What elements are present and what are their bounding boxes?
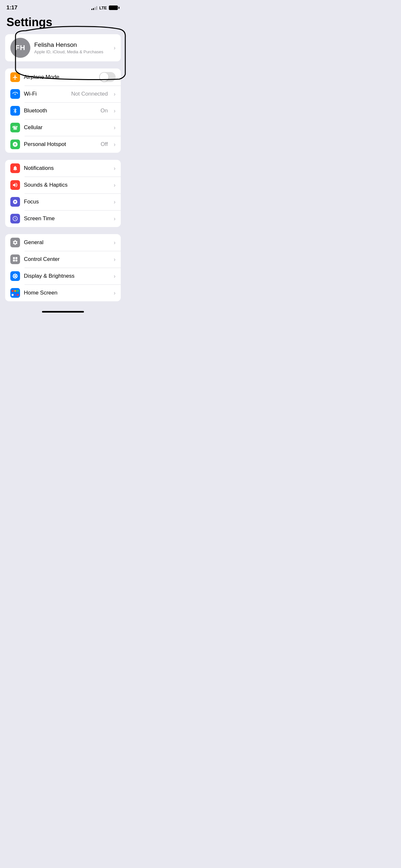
- avatar: FH: [10, 38, 30, 58]
- sounds-label: Sounds & Haptics: [24, 182, 110, 188]
- focus-icon: [12, 199, 18, 205]
- home-screen-dot: [14, 290, 16, 292]
- wifi-icon: [12, 91, 18, 97]
- sounds-chevron: ›: [114, 182, 116, 189]
- hotspot-icon: [12, 142, 18, 147]
- svg-rect-1: [13, 128, 14, 130]
- focus-label: Focus: [24, 198, 110, 205]
- hotspot-row[interactable]: Personal Hotspot Off ›: [5, 136, 121, 153]
- sounds-icon: [12, 182, 18, 188]
- focus-chevron: ›: [114, 198, 116, 206]
- bluetooth-icon: [12, 108, 18, 114]
- svg-rect-6: [16, 259, 18, 261]
- svg-rect-2: [16, 126, 17, 130]
- screen-time-chevron: ›: [114, 215, 116, 222]
- page-title: Settings: [0, 13, 126, 34]
- airplane-mode-label: Airplane Mode: [24, 74, 95, 81]
- display-label: Display & Brightness: [24, 273, 110, 279]
- control-center-row[interactable]: Control Center ›: [5, 251, 121, 268]
- home-screen-chevron: ›: [114, 290, 116, 297]
- home-screen-row[interactable]: Home Screen ›: [5, 284, 121, 301]
- connectivity-section: Airplane Mode Wi-Fi Not Connected › Blue…: [5, 68, 121, 153]
- svg-rect-5: [13, 259, 15, 261]
- control-center-icon-wrap: [10, 254, 20, 264]
- display-row[interactable]: Display & Brightness ›: [5, 268, 121, 284]
- wifi-row[interactable]: Wi-Fi Not Connected ›: [5, 86, 121, 102]
- home-screen-icon-wrap: [10, 288, 20, 298]
- control-center-chevron: ›: [114, 256, 116, 263]
- profile-row[interactable]: FH Felisha Henson Apple ID, iCloud, Medi…: [5, 34, 121, 61]
- wifi-value: Not Connected: [71, 91, 108, 97]
- svg-rect-3: [13, 257, 15, 259]
- bluetooth-value: On: [100, 107, 108, 114]
- airplane-mode-icon-wrap: [10, 72, 20, 82]
- sounds-icon-wrap: [10, 180, 20, 190]
- wifi-chevron: ›: [114, 91, 116, 97]
- avatar-initials: FH: [15, 43, 25, 52]
- signal-bar-3: [95, 7, 96, 10]
- cellular-icon-wrap: [10, 123, 20, 132]
- home-bar: [42, 311, 84, 313]
- general-chevron: ›: [114, 239, 116, 246]
- profile-name: Felisha Henson: [34, 41, 110, 49]
- bluetooth-icon-wrap: [10, 106, 20, 116]
- profile-info: Felisha Henson Apple ID, iCloud, Media &…: [34, 41, 110, 54]
- hotspot-value: Off: [101, 141, 108, 148]
- bluetooth-label: Bluetooth: [24, 107, 96, 114]
- profile-subtitle: Apple ID, iCloud, Media & Purchases: [34, 50, 110, 54]
- svg-rect-0: [14, 127, 16, 130]
- wifi-icon-wrap: [10, 89, 20, 99]
- hotspot-chevron: ›: [114, 141, 116, 148]
- general-icon: [12, 240, 18, 245]
- home-indicator: [0, 308, 126, 315]
- focus-icon-wrap: [10, 197, 20, 207]
- cellular-label: Cellular: [24, 124, 110, 131]
- home-screen-dot: [14, 294, 16, 296]
- battery: 86: [109, 5, 120, 10]
- battery-body: 86: [109, 5, 118, 10]
- cellular-row[interactable]: Cellular ›: [5, 119, 121, 136]
- screen-time-label: Screen Time: [24, 215, 110, 222]
- svg-rect-4: [16, 257, 18, 259]
- cellular-chevron: ›: [114, 124, 116, 131]
- bluetooth-chevron: ›: [114, 107, 116, 114]
- battery-tip: [119, 7, 120, 9]
- home-screen-dot: [11, 294, 13, 296]
- notifications-label: Notifications: [24, 165, 110, 172]
- focus-row[interactable]: Focus ›: [5, 193, 121, 210]
- control-center-icon: [12, 256, 18, 262]
- hotspot-label: Personal Hotspot: [24, 141, 97, 148]
- lte-label: LTE: [99, 5, 107, 10]
- display-icon-wrap: [10, 271, 20, 281]
- signal-bars: [91, 5, 97, 10]
- signal-bar-1: [91, 9, 92, 10]
- general-label: General: [24, 239, 110, 246]
- notifications-chevron: ›: [114, 165, 116, 172]
- profile-chevron: ›: [114, 44, 116, 51]
- general-row[interactable]: General ›: [5, 234, 121, 251]
- status-right: LTE 86: [91, 5, 120, 10]
- wifi-label: Wi-Fi: [24, 91, 67, 97]
- profile-section: FH Felisha Henson Apple ID, iCloud, Medi…: [5, 34, 121, 61]
- status-time: 1:17: [6, 4, 18, 11]
- screen-time-icon: [12, 216, 18, 221]
- home-screen-label: Home Screen: [24, 290, 110, 296]
- notifications-row[interactable]: Notifications ›: [5, 160, 121, 177]
- airplane-mode-icon: [12, 74, 18, 80]
- home-screen-dot: [11, 290, 13, 292]
- home-screen-dot: [17, 290, 19, 292]
- notifications-icon: [12, 165, 18, 171]
- hotspot-icon-wrap: [10, 140, 20, 149]
- signal-bar-2: [93, 8, 94, 10]
- cellular-icon: [12, 125, 18, 130]
- screen-time-row[interactable]: Screen Time ›: [5, 210, 121, 227]
- general-section: General › Control Center › Display & Bri…: [5, 234, 121, 301]
- signal-bar-4: [96, 6, 97, 10]
- sounds-row[interactable]: Sounds & Haptics ›: [5, 177, 121, 193]
- notifications-section: Notifications › Sounds & Haptics › Focus…: [5, 160, 121, 227]
- airplane-mode-toggle[interactable]: [99, 72, 116, 82]
- display-icon: [12, 273, 18, 279]
- bluetooth-row[interactable]: Bluetooth On ›: [5, 102, 121, 119]
- airplane-mode-row[interactable]: Airplane Mode: [5, 68, 121, 86]
- airplane-mode-knob: [100, 73, 109, 82]
